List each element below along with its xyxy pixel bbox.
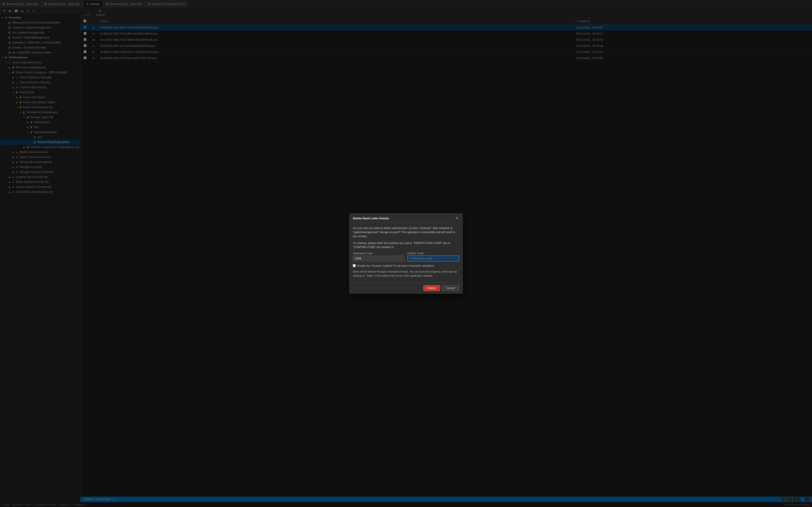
modal-title: Delete Dead Letter Events	[353, 217, 389, 220]
modal-footer: Delete Cancel	[350, 283, 462, 293]
modal-body: Are you sure you want to delete selected…	[350, 223, 462, 283]
modal-cancel-button[interactable]: Cancel	[442, 285, 459, 291]
delete-modal: Delete Dead Letter Events ✕ Are you sure…	[349, 214, 463, 293]
confirm-label: Confirm Code:	[407, 252, 459, 255]
code-row: Verification Code: Confirm Code:	[353, 252, 459, 262]
verification-label: Verification Code:	[353, 252, 405, 255]
modal-warning-text: Are you sure you want to delete selected…	[353, 226, 459, 238]
verification-code-input	[353, 256, 405, 262]
modal-overlay: Delete Dead Letter Events ✕ Are you sure…	[0, 0, 812, 507]
disable-captcha-label: Disable this "Numeric Captcha" for all f…	[357, 264, 435, 267]
modal-info-text: Items will be deleted through a backgrou…	[353, 270, 459, 278]
modal-delete-button[interactable]: Delete	[423, 285, 440, 291]
modal-warning-line2: To continue, please enter the numbers yo…	[353, 241, 459, 249]
confirm-code-input[interactable]	[407, 256, 459, 262]
disable-captcha-row: Disable this "Numeric Captcha" for all f…	[353, 264, 459, 267]
disable-captcha-checkbox[interactable]	[353, 264, 356, 267]
modal-header: Delete Dead Letter Events ✕	[350, 214, 462, 223]
verification-field: Verification Code:	[353, 252, 405, 262]
modal-close-button[interactable]: ✕	[454, 216, 459, 220]
modal-warning-line1: Are you sure you want to delete selected…	[353, 227, 455, 238]
confirm-field: Confirm Code:	[407, 252, 459, 262]
